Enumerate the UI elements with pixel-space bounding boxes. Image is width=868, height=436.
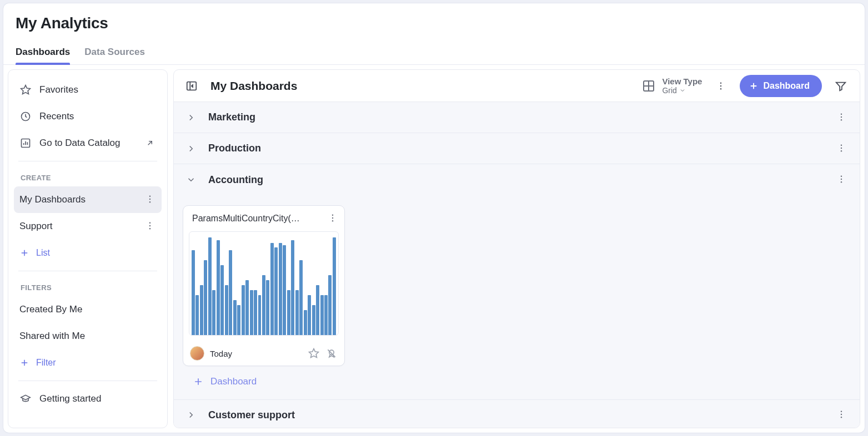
group-row-production[interactable]: Production bbox=[174, 133, 860, 164]
bar bbox=[262, 275, 265, 335]
sidebar-item-support[interactable]: Support bbox=[14, 213, 162, 240]
group-title: Customer support bbox=[208, 409, 295, 421]
chevron-down-icon bbox=[679, 87, 686, 94]
bar bbox=[333, 237, 336, 335]
plus-icon bbox=[193, 376, 204, 387]
sidebar-item-shared-with-me[interactable]: Shared with Me bbox=[14, 323, 162, 349]
svg-point-19 bbox=[841, 150, 842, 151]
sidebar-item-created-by-me[interactable]: Created By Me bbox=[14, 296, 162, 323]
more-vertical-icon[interactable] bbox=[836, 112, 847, 123]
sidebar-item-label: Recents bbox=[39, 111, 74, 122]
group-title: Accounting bbox=[208, 174, 263, 186]
more-vertical-icon[interactable] bbox=[328, 213, 339, 224]
svg-point-4 bbox=[149, 199, 150, 200]
group-row-accounting[interactable]: Accounting bbox=[174, 164, 860, 195]
bar bbox=[217, 240, 220, 335]
bar bbox=[250, 290, 253, 335]
svg-point-27 bbox=[329, 350, 334, 354]
page-title: My Analytics bbox=[16, 14, 852, 32]
more-vertical-icon[interactable] bbox=[712, 77, 730, 95]
card-chart bbox=[189, 231, 339, 336]
more-vertical-icon[interactable] bbox=[836, 174, 847, 185]
bar bbox=[266, 280, 269, 335]
svg-point-23 bbox=[332, 215, 333, 216]
view-type-selected: Grid bbox=[662, 86, 676, 95]
sidebar-item-favorites[interactable]: Favorites bbox=[14, 77, 162, 103]
bar bbox=[258, 295, 262, 335]
app-header: My Analytics Dashboards Data Sources bbox=[3, 3, 865, 65]
more-vertical-icon[interactable] bbox=[145, 194, 156, 205]
divider bbox=[18, 381, 157, 381]
sidebar-item-label: Getting started bbox=[39, 393, 102, 404]
collapse-sidebar-icon[interactable] bbox=[183, 77, 200, 95]
view-type-label: View Type bbox=[662, 77, 702, 86]
bar bbox=[308, 295, 311, 335]
group-row-customer-support[interactable]: Customer support bbox=[174, 399, 860, 428]
sidebar-item-recents[interactable]: Recents bbox=[14, 103, 162, 130]
svg-point-21 bbox=[841, 179, 842, 180]
sidebar-item-label: Created By Me bbox=[19, 304, 82, 315]
bar bbox=[192, 250, 195, 335]
add-dashboard-button[interactable]: Dashboard bbox=[183, 366, 851, 397]
svg-point-7 bbox=[149, 225, 150, 226]
avatar bbox=[190, 346, 204, 361]
new-dashboard-button[interactable]: Dashboard bbox=[740, 75, 822, 97]
bar bbox=[295, 290, 299, 335]
app-tabs: Dashboards Data Sources bbox=[16, 47, 852, 64]
tab-dashboards[interactable]: Dashboards bbox=[16, 47, 70, 64]
bar bbox=[208, 237, 212, 335]
dashboard-card[interactable]: ParamsMultiCountryCity(… Today bbox=[183, 205, 345, 366]
svg-point-3 bbox=[149, 196, 150, 197]
new-dashboard-label: Dashboard bbox=[763, 81, 810, 91]
bar bbox=[245, 280, 249, 335]
sidebar-item-label: Support bbox=[19, 221, 53, 232]
svg-point-16 bbox=[841, 119, 842, 120]
svg-point-20 bbox=[841, 176, 842, 177]
sidebar-item-label: My Dashboards bbox=[19, 194, 86, 205]
divider bbox=[18, 271, 157, 271]
bar bbox=[320, 295, 324, 335]
star-icon[interactable] bbox=[308, 347, 320, 359]
add-filter-button[interactable]: Filter bbox=[14, 349, 162, 376]
view-type-selector[interactable]: View Type Grid bbox=[642, 77, 702, 95]
group-row-marketing[interactable]: Marketing bbox=[174, 102, 860, 133]
more-vertical-icon[interactable] bbox=[145, 221, 156, 232]
more-vertical-icon[interactable] bbox=[836, 409, 847, 420]
main-scroll[interactable]: Marketing Production bbox=[174, 102, 860, 428]
svg-marker-26 bbox=[309, 349, 319, 358]
bar-chart-icon bbox=[19, 137, 32, 149]
bar bbox=[233, 300, 237, 335]
certified-off-icon[interactable] bbox=[325, 347, 338, 359]
sidebar-item-label: Shared with Me bbox=[19, 331, 85, 342]
tab-data-sources[interactable]: Data Sources bbox=[84, 47, 145, 64]
add-list-button[interactable]: List bbox=[14, 240, 162, 266]
bar bbox=[254, 290, 257, 335]
bar bbox=[229, 250, 232, 335]
sidebar-item-my-dashboards[interactable]: My Dashboards bbox=[14, 186, 162, 213]
svg-point-29 bbox=[841, 414, 842, 415]
main-title: My Dashboards bbox=[210, 79, 297, 93]
group-body-accounting: ParamsMultiCountryCity(… Today bbox=[174, 195, 860, 399]
svg-point-17 bbox=[841, 144, 842, 145]
sidebar-item-getting-started[interactable]: Getting started bbox=[14, 386, 162, 412]
bar bbox=[242, 285, 245, 335]
svg-point-5 bbox=[149, 201, 150, 202]
bar bbox=[291, 240, 294, 335]
plus-icon bbox=[19, 358, 29, 368]
svg-point-11 bbox=[720, 82, 721, 83]
bar bbox=[220, 265, 224, 335]
chevron-right-icon bbox=[186, 410, 200, 420]
sidebar-item-data-catalog[interactable]: Go to Data Catalog bbox=[14, 130, 162, 156]
grid-icon bbox=[642, 79, 655, 93]
svg-point-22 bbox=[841, 181, 842, 182]
chevron-down-icon bbox=[186, 175, 200, 185]
svg-point-18 bbox=[841, 147, 842, 148]
more-vertical-icon[interactable] bbox=[836, 143, 847, 154]
main-header: My Dashboards View Type Grid bbox=[174, 70, 860, 102]
card-date: Today bbox=[210, 349, 232, 358]
svg-point-6 bbox=[149, 222, 150, 224]
bar bbox=[312, 305, 315, 335]
svg-point-15 bbox=[841, 116, 842, 117]
filter-icon[interactable] bbox=[832, 77, 850, 95]
bar bbox=[200, 285, 203, 335]
